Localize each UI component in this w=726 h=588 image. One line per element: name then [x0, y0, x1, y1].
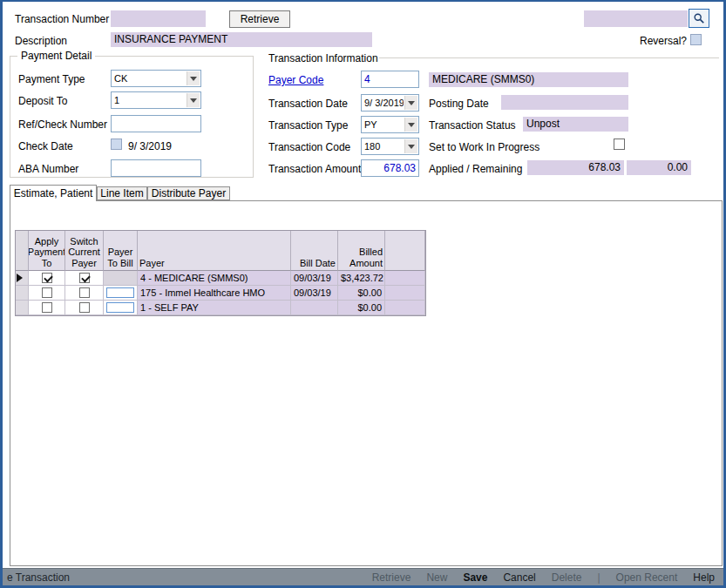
table-row[interactable]: 4 - MEDICARE (SMMS0) 09/03/19 $3,423.72 — [16, 271, 425, 286]
transaction-status-field: Unpost — [523, 117, 628, 132]
billed-amount-cell[interactable]: $0.00 — [338, 286, 385, 301]
payer-cell[interactable]: 4 - MEDICARE (SMMS0) — [138, 271, 291, 286]
payment-detail-title: Payment Detail — [17, 50, 95, 62]
apply-payment-checkbox[interactable] — [42, 273, 52, 283]
transaction-window: Transaction Number Retrieve Description … — [0, 0, 726, 588]
reversal-label: Reversal? — [640, 35, 687, 47]
switch-payer-checkbox[interactable] — [79, 287, 90, 298]
tab-line-item[interactable]: Line Item — [97, 186, 147, 200]
applied-remaining-label: Applied / Remaining — [429, 163, 522, 175]
transaction-amount-input[interactable]: 678.03 — [361, 159, 419, 177]
apply-payment-checkbox[interactable] — [42, 287, 52, 298]
transaction-status-label: Transaction Status — [429, 119, 516, 132]
transaction-code-combo[interactable]: 180 — [361, 138, 419, 155]
column-header-payer[interactable]: Payer — [138, 231, 291, 271]
transaction-amount-label: Transaction Amount — [268, 163, 361, 175]
column-header-switch-current-payer[interactable]: Switch Current Payer — [65, 231, 104, 271]
transaction-information-title: Transaction Information — [268, 52, 378, 64]
bill-date-cell[interactable]: 09/03/19 — [291, 286, 338, 301]
billed-amount-cell[interactable]: $3,423.72 — [338, 271, 385, 286]
posting-date-label: Posting Date — [429, 98, 489, 110]
chevron-down-icon[interactable] — [187, 93, 200, 107]
payment-type-combo[interactable]: CK — [111, 70, 201, 87]
table-row[interactable]: 175 - Immel Healthcare HMO 09/03/19 $0.0… — [16, 286, 425, 301]
status-help-button[interactable]: Help — [693, 571, 715, 584]
payer-cell[interactable]: 175 - Immel Healthcare HMO — [138, 286, 291, 301]
payer-cell[interactable]: 1 - SELF PAY — [138, 301, 291, 315]
applied-field: 678.03 — [527, 160, 624, 175]
extra-cell — [385, 301, 425, 315]
transaction-number-label: Transaction Number — [15, 13, 109, 25]
transaction-type-value: PY — [364, 118, 404, 132]
status-left-text: e Transaction — [7, 571, 70, 584]
check-date-label: Check Date — [18, 140, 73, 152]
deposit-to-value: 1 — [114, 93, 186, 107]
row-selector-cell[interactable] — [16, 301, 29, 315]
chevron-down-icon[interactable] — [404, 96, 417, 110]
status-bar: e Transaction Retrieve New Save Cancel D… — [3, 568, 723, 585]
row-selector-cell[interactable] — [16, 286, 29, 301]
status-cancel-button[interactable]: Cancel — [503, 571, 535, 584]
work-in-progress-checkbox[interactable] — [614, 139, 625, 150]
payer-to-bill-input[interactable] — [106, 287, 134, 298]
status-retrieve-button[interactable]: Retrieve — [372, 571, 411, 584]
column-header-bill-date[interactable]: Bill Date — [291, 231, 338, 271]
status-save-button[interactable]: Save — [463, 571, 487, 584]
aba-number-input[interactable] — [111, 159, 201, 177]
remaining-field: 0.00 — [627, 160, 691, 175]
search-button[interactable] — [689, 9, 709, 28]
row-selector-cell[interactable] — [16, 271, 29, 286]
ref-check-number-input[interactable] — [111, 115, 201, 132]
reversal-checkbox[interactable] — [690, 34, 702, 45]
work-in-progress-label: Set to Work In Progress — [429, 141, 539, 153]
column-header-extra — [385, 231, 425, 271]
payment-type-label: Payment Type — [18, 73, 85, 85]
bill-date-cell[interactable] — [291, 301, 338, 315]
transaction-code-label: Transaction Code — [268, 141, 350, 153]
aba-number-label: ABA Number — [18, 163, 78, 175]
selected-row-arrow-icon — [17, 274, 27, 282]
payer-code-input[interactable]: 4 — [361, 71, 419, 88]
tab-distribute-payer[interactable]: Distribute Payer — [147, 186, 230, 200]
check-date-checkbox[interactable] — [111, 139, 122, 150]
retrieve-button[interactable]: Retrieve — [229, 10, 290, 28]
transaction-date-value: 9/ 3/2019 — [364, 96, 404, 110]
status-open-recent-button[interactable]: Open Recent — [616, 571, 678, 584]
posting-date-field — [501, 95, 628, 110]
tab-estimate-patient[interactable]: Estimate, Patient — [10, 185, 97, 201]
deposit-to-label: Deposit To — [18, 95, 67, 107]
table-row[interactable]: 1 - SELF PAY $0.00 — [16, 301, 425, 315]
grid-header-row: Apply Payment To Switch Current Payer Pa… — [16, 231, 425, 271]
check-date-value: 9/ 3/2019 — [128, 140, 172, 152]
payer-code-link[interactable]: Payer Code — [268, 74, 323, 86]
transaction-number-field[interactable] — [111, 10, 206, 27]
chevron-down-icon[interactable] — [404, 118, 417, 132]
column-header-apply-payment-to[interactable]: Apply Payment To — [29, 231, 65, 271]
quick-search-field[interactable] — [584, 10, 688, 27]
transaction-code-value: 180 — [364, 139, 404, 153]
status-bar-actions: Retrieve New Save Cancel Delete | Open R… — [372, 571, 715, 584]
switch-payer-checkbox[interactable] — [79, 302, 90, 313]
bill-date-cell[interactable]: 09/03/19 — [291, 271, 338, 286]
status-delete-button[interactable]: Delete — [552, 571, 582, 584]
column-header-payer-to-bill[interactable]: Payer To Bill — [104, 231, 138, 271]
payer-grid: Apply Payment To Switch Current Payer Pa… — [15, 230, 426, 316]
chevron-down-icon[interactable] — [404, 139, 417, 153]
grid-corner-cell — [16, 231, 29, 271]
payment-type-value: CK — [114, 71, 186, 85]
transaction-date-combo[interactable]: 9/ 3/2019 — [361, 94, 419, 112]
switch-payer-checkbox[interactable] — [79, 273, 90, 283]
search-icon — [693, 12, 705, 24]
transaction-type-combo[interactable]: PY — [361, 116, 419, 133]
payer-to-bill-input[interactable] — [106, 302, 134, 313]
billed-amount-cell[interactable]: $0.00 — [338, 301, 385, 315]
status-separator: | — [597, 571, 600, 584]
deposit-to-combo[interactable]: 1 — [111, 91, 201, 109]
chevron-down-icon[interactable] — [187, 71, 200, 85]
payer-to-bill-cell[interactable] — [104, 271, 138, 286]
column-header-billed-amount[interactable]: Billed Amount — [338, 231, 385, 271]
status-new-button[interactable]: New — [426, 571, 447, 584]
payer-to-bill-cell[interactable] — [104, 301, 138, 315]
payer-to-bill-cell[interactable] — [104, 286, 138, 301]
apply-payment-checkbox[interactable] — [42, 302, 52, 313]
